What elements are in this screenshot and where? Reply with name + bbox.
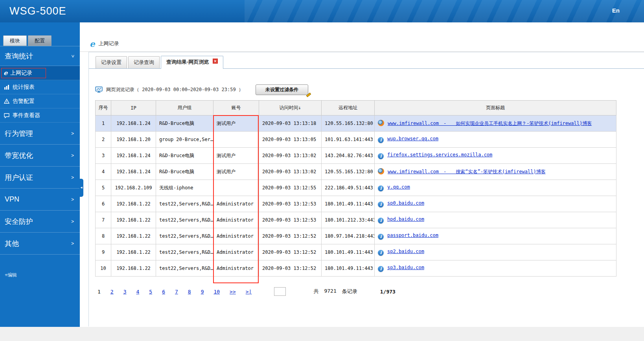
tab-record-query[interactable]: 记录查询	[128, 56, 160, 68]
page-title-link[interactable]: passport.baidu.com	[387, 233, 438, 238]
record-row[interactable]: 9192.168.1.22test22,Servers,R&D…Administ…	[96, 244, 616, 260]
cell-ip: 192.168.1.22	[111, 244, 156, 260]
report-icon	[4, 84, 9, 90]
record-row[interactable]: 10192.168.1.22test22,Servers,R&D…Adminis…	[96, 260, 616, 277]
col-account: 账号	[213, 101, 259, 116]
chevron-right-icon	[71, 153, 74, 158]
cell-remote-address: 222.186.49.51:443	[322, 180, 375, 196]
sidebar-tab-modules[interactable]: 模块	[3, 35, 27, 46]
record-row[interactable]: 5192.168.2.109无线组-iphone2020-09-03 13:12…	[96, 180, 616, 196]
sidebar-section-bandwidth-optimization[interactable]: 带宽优化	[0, 145, 80, 167]
sidebar-tab-config[interactable]: 配置	[28, 35, 52, 46]
cell-remote-address: 120.55.165.132:80	[322, 164, 375, 180]
cell-remote-address: 143.204.82.76:443	[322, 148, 375, 164]
pagination-last-link[interactable]: >|	[246, 289, 252, 295]
pagination-page-link[interactable]: 4	[136, 289, 139, 295]
pagination-page-link[interactable]: 6	[162, 289, 165, 295]
record-row[interactable]: 3192.168.1.24R&D-Bruce电脑测试用户2020-09-03 1…	[96, 148, 616, 164]
breadcrumb: 上网记录	[80, 22, 644, 52]
cell-ip: 192.168.1.24	[111, 148, 156, 164]
cell-user-group: R&D-Bruce电脑	[156, 116, 213, 132]
tab-query-result-web-browsing[interactable]: 查询结果-网页浏览 ×	[161, 56, 223, 69]
main-content: 上网记录 记录设置 记录查询 查询结果-网页浏览 × 网页浏览记录（ 2020-…	[80, 22, 644, 327]
record-row[interactable]: 2192.168.1.20group 20-Bruce,Ser…2020-09-…	[96, 132, 616, 148]
record-row[interactable]: 1192.168.1.24R&D-Bruce电脑测试用户2020-09-03 1…	[96, 116, 616, 132]
sidebar-section-others[interactable]: 其他	[0, 233, 80, 255]
ie-icon	[4, 70, 7, 76]
cell-user-group: test22,Servers,R&D…	[156, 196, 213, 212]
cell-page-title: www.imfirewall.com - 搜索“实名”-笨驴技术(imfirew…	[375, 164, 616, 180]
total-prefix: 共	[313, 288, 318, 295]
section-label: VPN	[5, 195, 19, 204]
close-icon[interactable]: ×	[213, 59, 218, 64]
cell-remote-address: 180.97.104.218:443	[322, 228, 375, 244]
tab-label: 查询结果-网页浏览	[166, 59, 209, 65]
cell-ip: 192.168.1.24	[111, 164, 156, 180]
pagination-page-link[interactable]: 2	[110, 289, 114, 295]
page-title-link[interactable]: www.imfirewall.com - 如何实现企业员工手机实名上网？-笨驴技…	[388, 121, 592, 126]
pagination-next-set-link[interactable]: >>	[230, 289, 236, 295]
info-icon	[378, 250, 384, 256]
sidebar-menu: 查询统计 上网记录 统计报表 告警配置 事件查看器	[0, 46, 80, 255]
pagination-page-link[interactable]: 5	[149, 289, 152, 295]
record-range-label: 网页浏览记录（ 2020-09-03 00:00—2020-09-03 23:5…	[106, 86, 243, 93]
section-label: 安全防护	[5, 217, 33, 226]
sidebar-section-user-authentication[interactable]: 用户认证	[0, 167, 80, 189]
cell-page-title: hpd.baidu.com	[375, 212, 616, 228]
page-title-link[interactable]: sp2.baidu.com	[387, 249, 424, 254]
sidebar-collapse-handle[interactable]	[79, 179, 83, 197]
chevron-right-icon	[71, 197, 74, 202]
cell-account: 测试用户	[213, 148, 259, 164]
cell-account: Administrator	[213, 244, 259, 260]
section-label: 查询统计	[5, 51, 33, 61]
app-title: WSG-500E	[9, 5, 66, 17]
cell-ip: 192.168.1.22	[111, 196, 156, 212]
cell-index: 4	[96, 164, 111, 180]
sidebar-item-statistics-report[interactable]: 统计报表	[0, 80, 80, 94]
pagination-page-link[interactable]: 3	[123, 289, 127, 295]
cell-access-time: 2020-09-03 13:12:52	[259, 228, 322, 244]
cell-user-group: test22,Servers,R&D…	[156, 260, 213, 277]
page-title-link[interactable]: firefox.settings.services.mozilla.com	[387, 152, 492, 158]
sidebar-edit-link[interactable]: +编辑	[5, 272, 80, 279]
record-row[interactable]: 7192.168.1.22test22,Servers,R&D…Administ…	[96, 212, 616, 228]
pagination-page-link[interactable]: 9	[201, 289, 204, 295]
cell-page-title: y.qq.com	[375, 180, 616, 196]
language-switch[interactable]: En	[612, 7, 620, 14]
page-title-link[interactable]: y.qq.com	[387, 184, 410, 190]
cell-access-time: 2020-09-03 13:13:05	[259, 132, 322, 148]
record-row[interactable]: 8192.168.1.22test22,Servers,R&D…Administ…	[96, 228, 616, 244]
sidebar-item-event-viewer[interactable]: 事件查看器	[0, 108, 80, 123]
page-jump-input[interactable]	[274, 287, 286, 296]
col-user-group: 用户组	[156, 101, 213, 116]
info-icon	[378, 153, 384, 159]
sidebar-section-security-protection[interactable]: 安全防护	[0, 211, 80, 233]
sidebar-item-label: 上网记录	[10, 70, 32, 77]
sidebar-section-behavior-management[interactable]: 行为管理	[0, 123, 80, 145]
col-access-time-sort[interactable]: 访问时间↓	[259, 101, 322, 116]
cell-page-title: wup.browser.qq.com	[375, 132, 616, 148]
filter-button[interactable]: 未设置过滤条件	[256, 84, 308, 95]
tab-record-settings[interactable]: 记录设置	[96, 56, 127, 68]
page-title-link[interactable]: hpd.baidu.com	[387, 216, 424, 222]
pagination-page-link[interactable]: 7	[175, 289, 178, 295]
page-title-link[interactable]: www.imfirewall.com - 搜索“实名”-笨驴技术(imfirew…	[388, 169, 546, 174]
firefox-icon	[378, 120, 384, 126]
record-row[interactable]: 6192.168.1.22test22,Servers,R&D…Administ…	[96, 196, 616, 212]
pagination-page-link[interactable]: 10	[213, 289, 220, 295]
chevron-right-icon	[71, 241, 74, 246]
sidebar-section-vpn[interactable]: VPN	[0, 189, 80, 211]
sidebar-item-alarm-config[interactable]: 告警配置	[0, 94, 80, 108]
pagination-page-link[interactable]: 8	[188, 289, 191, 295]
sidebar-section-query-statistics[interactable]: 查询统计	[0, 46, 80, 66]
record-row[interactable]: 4192.168.1.24R&D-Bruce电脑测试用户2020-09-03 1…	[96, 164, 616, 180]
page-title-link[interactable]: sp0.baidu.com	[387, 200, 424, 206]
sidebar-item-label: 事件查看器	[13, 112, 40, 119]
cell-access-time: 2020-09-03 13:13:18	[259, 116, 322, 132]
page-title-link[interactable]: wup.browser.qq.com	[387, 136, 438, 141]
sidebar-item-internet-records[interactable]: 上网记录	[0, 66, 80, 80]
info-icon	[378, 202, 384, 207]
cell-account: Administrator	[213, 260, 259, 277]
page-title-link[interactable]: sp3.baidu.com	[387, 265, 424, 270]
keyboard-backdrop	[245, 0, 644, 22]
